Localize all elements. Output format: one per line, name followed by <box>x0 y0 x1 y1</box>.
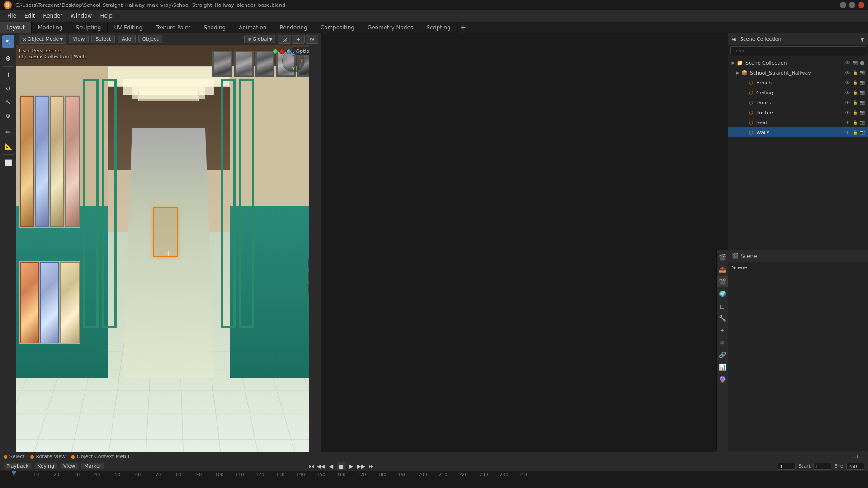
maximize-button[interactable] <box>849 2 855 8</box>
next-keyframe-button[interactable]: ▶▶ <box>357 462 365 470</box>
tab-geometry-nodes[interactable]: Geometry Nodes <box>361 22 420 33</box>
properties-output-icon[interactable]: 📤 <box>717 263 728 275</box>
outliner-search-input[interactable] <box>730 46 866 55</box>
restrict-doors[interactable]: 🔒 <box>852 99 858 106</box>
measure-tool[interactable]: 📐 <box>2 140 14 152</box>
camera-walls[interactable]: 📷 <box>859 129 865 136</box>
eye-posters[interactable]: 👁 <box>844 109 851 116</box>
eye-walls[interactable]: 👁 <box>844 129 851 136</box>
3d-viewport[interactable]: Z X Y User Perspective (1) Scene Collect… <box>16 45 321 461</box>
camera-bench[interactable]: 📷 <box>859 80 865 86</box>
tab-shading[interactable]: Shading <box>197 22 232 33</box>
menu-help[interactable]: Help <box>96 12 116 20</box>
restrict-root[interactable]: 🔒 <box>852 70 858 76</box>
tab-sculpting[interactable]: Sculpting <box>69 22 108 33</box>
menu-edit[interactable]: Edit <box>21 12 38 20</box>
tab-layout[interactable]: Layout <box>0 22 32 33</box>
select-tool[interactable]: ↖ <box>2 35 14 48</box>
restrict-posters[interactable]: 🔒 <box>852 109 858 116</box>
eye-ceiling[interactable]: 👁 <box>844 89 851 96</box>
start-frame-input[interactable] <box>813 463 831 470</box>
jump-start-button[interactable]: ⏮ <box>307 462 316 470</box>
menu-render[interactable]: Render <box>39 12 66 20</box>
restrict-bench[interactable]: 🔒 <box>852 80 858 86</box>
tab-scripting[interactable]: Scripting <box>420 22 457 33</box>
properties-constraints-icon[interactable]: 🔗 <box>717 349 728 361</box>
annotate-tool[interactable]: ✏ <box>2 126 14 139</box>
camera-root[interactable]: 📷 <box>859 70 865 76</box>
eye-doors[interactable]: 👁 <box>844 99 851 106</box>
properties-object-icon[interactable]: ◻ <box>717 300 728 312</box>
tab-animation[interactable]: Animation <box>232 22 273 33</box>
object-menu[interactable]: Object <box>138 35 163 43</box>
properties-physics-icon[interactable]: ⚛ <box>717 337 728 348</box>
restrict-ceiling[interactable]: 🔒 <box>852 89 858 96</box>
current-frame-input[interactable] <box>778 463 796 470</box>
outliner-row-bench[interactable]: ▶ ⬡ Bench 👁 🔒 📷 <box>728 78 868 88</box>
menu-file[interactable]: File <box>4 12 20 20</box>
transform-tool[interactable]: ⊕ <box>2 109 14 122</box>
properties-particles-icon[interactable]: ✦ <box>717 324 728 336</box>
properties-material-icon[interactable]: 🔮 <box>717 373 728 385</box>
scale-tool[interactable]: ⤡ <box>2 96 14 108</box>
rotate-tool[interactable]: ↺ <box>2 82 14 95</box>
outliner-row-doors[interactable]: ▶ ⬡ Doors 👁 🔒 📷 <box>728 98 868 108</box>
eye-seat[interactable]: 👁 <box>844 119 851 126</box>
outliner-row-posters[interactable]: ▶ ⬡ Posters 👁 🔒 📷 <box>728 108 868 117</box>
tab-texture-paint[interactable]: Texture Paint <box>149 22 197 33</box>
properties-data-icon[interactable]: 📊 <box>717 361 728 373</box>
filter-icon[interactable]: ▼ <box>860 36 864 42</box>
visibility-camera[interactable]: 📷 <box>852 60 858 66</box>
menu-window[interactable]: Window <box>67 12 95 20</box>
tab-compositing[interactable]: Compositing <box>314 22 361 33</box>
properties-world-icon[interactable]: 🌍 <box>717 288 728 300</box>
outliner-row-seat[interactable]: ▶ ⬡ Seat 👁 🔒 📷 <box>728 117 868 127</box>
restrict-walls[interactable]: 🔒 <box>852 129 858 136</box>
view-menu-tl[interactable]: View <box>61 463 78 469</box>
keying-menu[interactable]: Keying <box>35 463 57 469</box>
properties-modifier-icon[interactable]: 🔧 <box>717 312 728 324</box>
pivot-point[interactable]: ◎ <box>278 35 291 44</box>
camera-seat[interactable]: 📷 <box>859 119 865 126</box>
cursor-tool[interactable]: ⊕ <box>2 52 14 65</box>
add-workspace-button[interactable]: + <box>458 22 469 33</box>
outliner-row-ceiling[interactable]: ▶ ⬡ Ceiling 👁 🔒 📷 <box>728 88 868 98</box>
play-button[interactable]: ▶ <box>347 462 355 470</box>
properties-scene-icon[interactable]: 🎬 <box>717 276 728 287</box>
snap-toggle[interactable]: ⊞ <box>292 35 305 44</box>
visibility-eye[interactable]: 👁 <box>844 60 851 66</box>
select-menu[interactable]: Select <box>91 35 115 43</box>
restrict-seat[interactable]: 🔒 <box>852 119 858 126</box>
camera-ceiling[interactable]: 📷 <box>859 89 865 96</box>
eye-root[interactable]: 👁 <box>844 70 851 76</box>
add-menu[interactable]: Add <box>118 35 135 43</box>
play-backward-button[interactable]: ◀ <box>327 462 335 470</box>
camera-posters[interactable]: 📷 <box>859 109 865 116</box>
jump-end-button[interactable]: ⏭ <box>367 462 375 470</box>
close-button[interactable] <box>858 2 864 8</box>
eye-bench[interactable]: 👁 <box>844 80 851 86</box>
visibility-render[interactable]: ⬤ <box>859 60 865 66</box>
stop-button[interactable]: ■ <box>337 462 345 470</box>
proportional-edit[interactable]: ⊚ <box>306 35 318 44</box>
transform-orientation[interactable]: ⊕ Global ▼ <box>244 35 275 43</box>
playback-menu[interactable]: Playback <box>4 463 31 469</box>
tab-modeling[interactable]: Modeling <box>32 22 70 33</box>
move-tool[interactable]: ✛ <box>2 69 14 81</box>
mode-selector[interactable]: ⊙ Object Mode ▼ <box>19 35 66 44</box>
outliner-row-scene-collection[interactable]: ▶ 📁 Scene Collection 👁 📷 ⬤ <box>728 58 868 68</box>
prev-keyframe-button[interactable]: ◀◀ <box>317 462 326 470</box>
marker-menu[interactable]: Marker <box>81 463 104 469</box>
minimize-button[interactable] <box>840 2 846 8</box>
end-frame-input[interactable] <box>846 463 864 470</box>
view-menu[interactable]: View <box>69 35 89 43</box>
outliner-row-scene-root[interactable]: ▶ 📦 School_Straight_Hallway 👁 🔒 📷 <box>728 68 868 78</box>
outliner-row-walls[interactable]: ▶ ⬡ Walls 👁 🔒 📷 <box>728 127 868 137</box>
tab-uv-editing[interactable]: UV Editing <box>108 22 149 33</box>
navigation-gizmo[interactable]: Z X Y <box>282 50 305 72</box>
tab-rendering[interactable]: Rendering <box>273 22 314 33</box>
camera-doors[interactable]: 📷 <box>859 99 865 106</box>
timeline-ruler[interactable]: 1 10 20 30 40 50 60 70 80 90 100 110 120… <box>0 471 868 488</box>
add-cube-tool[interactable]: ⬜ <box>2 156 14 169</box>
properties-render-icon[interactable]: 🎬 <box>717 251 728 263</box>
